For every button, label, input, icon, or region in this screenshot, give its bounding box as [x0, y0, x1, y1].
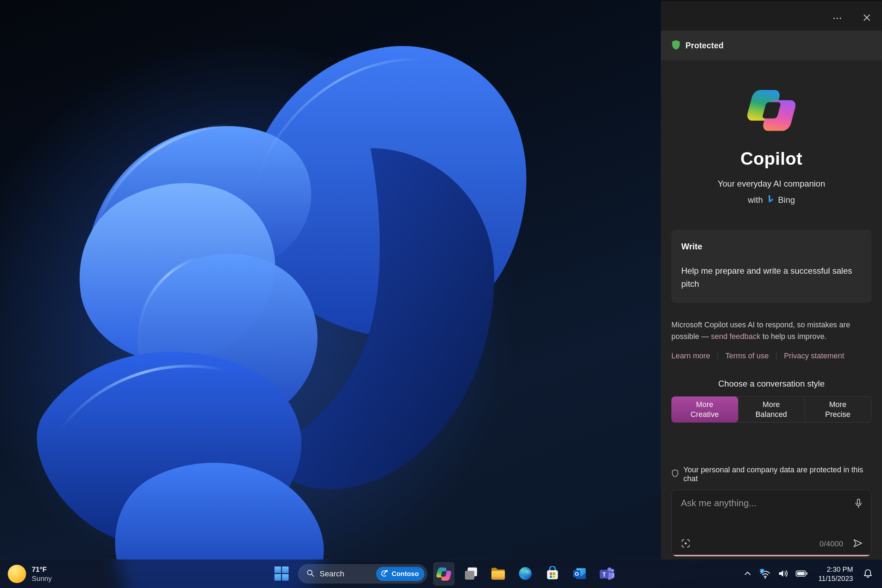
disclaimer-part2: to help us improve. — [760, 332, 826, 341]
outlook-icon: O — [572, 566, 587, 582]
sun-icon — [8, 565, 26, 583]
notifications-button[interactable] — [860, 560, 876, 588]
disclaimer-text: Microsoft Copilot uses AI to respond, so… — [671, 319, 872, 342]
data-protection-text: Your personal and company data are prote… — [683, 466, 872, 483]
option-line1: More — [696, 400, 713, 410]
close-icon — [863, 14, 871, 22]
conversation-style-heading: Choose a conversation style — [671, 379, 872, 389]
option-line1: More — [763, 400, 780, 410]
weather-condition: Sunny — [32, 574, 52, 583]
taskbar-app-outlook[interactable]: O — [569, 562, 590, 585]
network-button[interactable] — [755, 560, 774, 588]
style-option-more-balanced[interactable]: More Balanced — [738, 397, 805, 422]
with-bing-row: with Bing — [671, 194, 872, 206]
copilot-tagline: Your everyday AI companion — [671, 179, 872, 189]
start-button[interactable] — [271, 562, 292, 585]
taskbar-app-file-explorer[interactable] — [488, 562, 509, 585]
option-line2: Creative — [690, 410, 718, 419]
teams-icon: T — [599, 567, 615, 582]
microphone-button[interactable] — [854, 498, 863, 510]
contoso-badge: Contoso — [376, 567, 424, 581]
privacy-statement-link[interactable]: Privacy statement — [784, 352, 844, 360]
outlook-letter: O — [575, 571, 579, 577]
write-card-title: Write — [681, 242, 861, 252]
screenshot-capture-icon — [681, 544, 690, 549]
copilot-icon — [437, 567, 451, 580]
add-image-button[interactable] — [681, 538, 690, 549]
contoso-logo-icon — [380, 569, 389, 579]
wifi-vpn-icon — [759, 568, 771, 580]
battery-icon — [796, 570, 807, 578]
weather-widget[interactable]: 71°F Sunny — [8, 560, 52, 588]
terms-of-use-link[interactable]: Terms of use — [725, 352, 769, 360]
taskbar-app-microsoft-store[interactable] — [542, 562, 563, 585]
close-button[interactable] — [860, 11, 873, 25]
conversation-style-selector: More Creative More Balanced More Precise — [671, 396, 872, 423]
copilot-logo — [749, 90, 794, 131]
copilot-panel-body: Copilot Your everyday AI companion with … — [661, 90, 882, 556]
file-explorer-icon — [490, 567, 506, 582]
input-accent-bar — [672, 555, 871, 556]
option-line1: More — [829, 400, 846, 410]
taskbar-app-edge[interactable] — [515, 562, 536, 585]
taskbar-app-copilot[interactable] — [433, 562, 454, 585]
desktop: Protected Copilot Your everyday AI compa… — [0, 0, 882, 588]
data-protection-note: Your personal and company data are prote… — [671, 466, 872, 483]
tray-date: 11/15/2023 — [818, 574, 853, 583]
copilot-panel: Protected Copilot Your everyday AI compa… — [661, 0, 882, 560]
volume-button[interactable] — [774, 560, 792, 588]
tray-overflow-button[interactable] — [740, 560, 755, 588]
character-counter: 0/4000 — [819, 539, 843, 549]
taskbar: 71°F Sunny — [0, 560, 882, 588]
chat-input-box: 0/4000 — [671, 490, 872, 556]
style-option-more-creative[interactable]: More Creative — [671, 396, 738, 423]
style-option-more-precise[interactable]: More Precise — [804, 397, 871, 422]
contoso-label: Contoso — [392, 570, 419, 578]
divider — [776, 352, 777, 360]
write-card-body: Help me prepare and write a successful s… — [681, 264, 861, 290]
edge-icon — [518, 566, 533, 582]
search-placeholder: Search — [320, 569, 344, 579]
copilot-panel-header — [661, 1, 882, 31]
windows-logo-icon — [274, 566, 289, 582]
teams-letter: T — [602, 571, 606, 578]
chevron-up-icon — [743, 570, 752, 579]
send-button[interactable] — [852, 538, 863, 549]
with-text: with — [748, 195, 763, 205]
weather-temperature: 71°F — [32, 565, 52, 574]
option-line2: Balanced — [755, 410, 787, 419]
shield-protected-icon — [671, 40, 681, 51]
system-tray: 2:30 PM 11/15/2023 — [740, 560, 876, 588]
clock-widget[interactable]: 2:30 PM 11/15/2023 — [818, 565, 853, 583]
taskbar-app-task-view[interactable] — [460, 562, 482, 585]
speaker-icon — [778, 568, 789, 579]
tray-time: 2:30 PM — [818, 565, 853, 574]
chat-input-toolbar: 0/4000 — [681, 538, 863, 549]
footer-links: Learn more Terms of use Privacy statemen… — [671, 352, 872, 360]
search-box[interactable]: Search Contoso — [298, 564, 427, 584]
option-line2: Precise — [825, 410, 850, 419]
microsoft-store-icon — [545, 566, 560, 582]
microphone-icon — [854, 505, 863, 510]
taskbar-app-teams[interactable]: T — [596, 562, 617, 585]
learn-more-link[interactable]: Learn more — [671, 352, 710, 360]
battery-button[interactable] — [792, 560, 811, 588]
divider — [718, 352, 718, 360]
write-suggestion-card[interactable]: Write Help me prepare and write a succes… — [671, 230, 872, 303]
search-icon — [306, 569, 315, 579]
task-view-icon — [464, 566, 478, 582]
send-feedback-link[interactable]: send feedback — [711, 332, 760, 341]
chat-input[interactable] — [681, 498, 846, 530]
page-title: Copilot — [671, 148, 872, 169]
more-icon — [832, 15, 842, 21]
protected-badge: Protected — [661, 31, 882, 60]
protected-label: Protected — [686, 41, 724, 51]
send-icon — [852, 544, 863, 549]
bing-label: Bing — [778, 195, 795, 205]
taskbar-center: Search Contoso — [271, 560, 617, 588]
more-options-button[interactable] — [831, 11, 844, 25]
bell-icon — [863, 568, 873, 580]
shield-outline-icon — [671, 469, 679, 480]
bing-icon — [766, 194, 775, 206]
